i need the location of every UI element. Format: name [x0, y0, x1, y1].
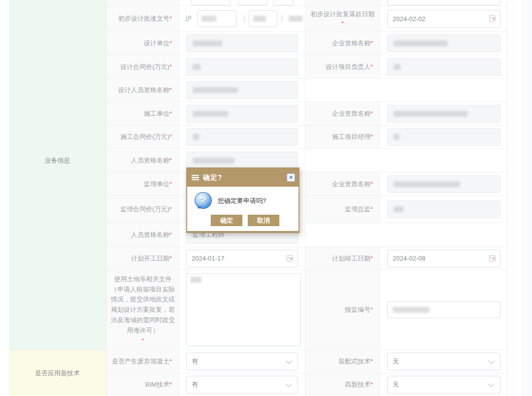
- required-mark: *: [141, 336, 144, 346]
- partial-label-cell: [305, 0, 380, 5]
- calendar-icon: [489, 15, 496, 22]
- confirm-dialog-body: ? 您确定要申请吗? 确定 取消: [187, 187, 299, 231]
- scrollbar-track[interactable]: [522, 0, 532, 396]
- bim-tech-select[interactable]: 有: [186, 376, 298, 394]
- four-new-tech-label: 四新技术: [345, 380, 370, 390]
- field-input-cell: [179, 126, 305, 148]
- planned-completion-date-label: 计划竣工日期: [332, 254, 370, 264]
- required-mark: *: [169, 38, 172, 48]
- bim-tech-value: 有: [192, 380, 198, 389]
- four-new-tech-value: 无: [393, 380, 399, 389]
- cutoff-input-stub: [273, 0, 293, 5]
- doc-no-input-2[interactable]: [249, 10, 277, 27]
- supervision-report-no-label: 报监编号: [345, 305, 370, 315]
- confirm-dialog-buttons: 确定 取消: [211, 215, 279, 226]
- question-icon: ?: [195, 192, 212, 209]
- field-label-cell: 施工项目经理*: [305, 126, 380, 148]
- field-input-cell: [380, 196, 507, 223]
- planned-start-date-input[interactable]: 2024-01-17: [186, 250, 298, 267]
- field-input-cell: [179, 270, 305, 350]
- field-label-cell: 设计项目负责人*: [305, 55, 380, 78]
- table-row: 设计单位 * 企业资格名称 *: [106, 32, 507, 55]
- construction-contract-price-input: [186, 128, 298, 146]
- doc-no-input-1[interactable]: [197, 10, 236, 27]
- field-label-cell: 企业资格名称 *: [305, 32, 380, 55]
- construction-unit-input: [186, 105, 298, 123]
- construction-unit-label: 施工单位: [144, 109, 169, 119]
- table-row: 监理单位 * 企业资质名称*: [106, 172, 507, 196]
- confirm-dialog: 确定? ✕ ? 您确定要申请吗? 确定 取消: [186, 167, 299, 233]
- required-mark: *: [169, 254, 172, 264]
- prefab-tech-select[interactable]: 无: [387, 353, 500, 370]
- confirm-dialog-header: 确定? ✕: [187, 168, 299, 187]
- table-row: BIM技术 * 有 四新技术 * 无: [106, 373, 507, 396]
- empty-cell: [305, 149, 507, 172]
- confirm-dialog-title: 确定?: [203, 173, 223, 182]
- personnel-qualification-supervision-label: 人员资格名称: [131, 230, 169, 240]
- required-mark: *: [169, 132, 172, 142]
- partial-input-cell: [179, 0, 305, 5]
- required-mark: *: [370, 62, 373, 72]
- field-label-cell: 装配式技术 *: [305, 350, 380, 373]
- table-row: 监理合同价(万元)* 监理总监*: [106, 196, 507, 223]
- waste-concrete-select[interactable]: 有: [186, 353, 298, 370]
- field-input-cell: 无: [380, 350, 507, 373]
- field-label-cell: 监理合同价(万元)*: [106, 196, 179, 223]
- redacted-value: [394, 111, 467, 117]
- supervision-report-no-input[interactable]: [387, 301, 500, 318]
- cutoff-input-stub: [238, 0, 267, 5]
- redacted-value: [394, 134, 399, 140]
- field-label-cell: 设计单位 *: [106, 32, 179, 55]
- field-label-cell: 企业资质名称*: [305, 172, 380, 196]
- field-input-cell: 沪 〔 〕 号: [179, 6, 305, 32]
- construction-project-manager-label: 施工项目经理: [332, 132, 370, 142]
- planned-completion-date-input[interactable]: 2024-02-08: [387, 250, 500, 267]
- calendar-icon: [287, 255, 293, 262]
- field-label-cell: 计划开工日期 *: [106, 247, 179, 269]
- supervision-contract-price-label: 监理合同价(万元): [120, 204, 169, 214]
- design-unit-input: [186, 34, 298, 52]
- land-use-docs-textarea[interactable]: [186, 273, 301, 346]
- required-mark: *: [169, 179, 172, 189]
- redacted-value: [193, 87, 238, 93]
- redacted-value: [193, 158, 234, 164]
- enterprise-qualification-construction-label: 企业资质名称: [332, 109, 370, 119]
- table-row: 计划开工日期 * 2024-01-17 计划竣工日期 * 2024-02-08: [106, 247, 507, 270]
- section-new-tech: 是否应用新技术: [9, 350, 106, 396]
- prefab-tech-value: 无: [393, 357, 399, 366]
- field-input-cell: 2024-01-17: [179, 247, 305, 269]
- cancel-button[interactable]: 取消: [248, 215, 279, 226]
- personnel-qualification-construction-input: [186, 152, 298, 169]
- dialog-window-icon: [192, 175, 199, 180]
- chief-supervisor-input: [387, 200, 500, 218]
- enterprise-qualification-supervision-label: 企业资质名称: [332, 179, 370, 189]
- cutoff-input-stub: [191, 0, 231, 5]
- redacted-value: [201, 16, 216, 22]
- field-label-cell: 计划竣工日期 *: [305, 247, 380, 269]
- required-mark: *: [370, 254, 373, 264]
- planned-completion-date-value: 2024-02-08: [393, 255, 426, 262]
- table-row: 设计人员资格名称*: [106, 79, 507, 102]
- field-input-cell: [179, 32, 305, 55]
- redacted-value: [289, 16, 302, 22]
- redacted-value: [393, 307, 430, 313]
- design-personnel-qualification-label: 设计人员资格名称: [118, 85, 169, 95]
- redacted-value: [394, 206, 403, 212]
- design-contract-price-input: [186, 58, 298, 76]
- confirm-button[interactable]: 确定: [211, 215, 242, 226]
- field-label-cell: 初步设计批复落款日期 *: [305, 6, 380, 32]
- field-label-cell: 四新技术 *: [305, 373, 380, 396]
- four-new-tech-select[interactable]: 无: [387, 376, 500, 394]
- field-label-cell: 报监编号 *: [305, 270, 380, 350]
- required-mark: *: [370, 305, 373, 315]
- field-input-cell: [380, 102, 507, 125]
- field-input-cell: [179, 102, 305, 125]
- prelim-approval-date-input[interactable]: 2024-02-02: [387, 10, 500, 28]
- required-mark: *: [370, 204, 373, 214]
- redacted-value: [193, 40, 222, 46]
- field-label-cell: 施工单位 *: [106, 102, 179, 125]
- prelim-doc-no-label: 初步设计批准文号: [118, 14, 169, 24]
- field-input-cell: [380, 55, 507, 78]
- close-icon[interactable]: ✕: [287, 173, 295, 182]
- enterprise-qualification-supervision-input: [387, 175, 500, 193]
